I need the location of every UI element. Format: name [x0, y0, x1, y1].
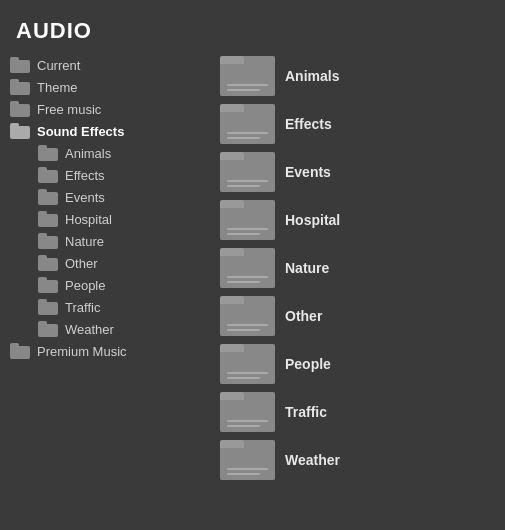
folder-tile-label: Hospital [285, 212, 340, 228]
tree-item-premium-music[interactable]: Premium Music [10, 340, 215, 362]
tree-item-label: Current [37, 58, 80, 73]
tree-children: Animals Effects Events Hospital Nature O… [10, 142, 215, 340]
folder-tile-hospital[interactable]: Hospital [220, 198, 495, 242]
folder-tile-effects[interactable]: Effects [220, 102, 495, 146]
tree-item-hospital[interactable]: Hospital [38, 208, 215, 230]
folder-thumbnail [220, 104, 275, 144]
folder-closed-icon [38, 189, 60, 205]
tree-item-free-music[interactable]: Free music [10, 98, 215, 120]
right-folder-panel: Animals Effects Events Hospital [215, 54, 505, 482]
tree-item-events[interactable]: Events [38, 186, 215, 208]
folder-tile-people[interactable]: People [220, 342, 495, 386]
folder-closed-icon [38, 255, 60, 271]
folder-tile-weather[interactable]: Weather [220, 438, 495, 482]
tree-item-label: Nature [65, 234, 104, 249]
tree-item-label: Traffic [65, 300, 100, 315]
folder-thumbnail [220, 152, 275, 192]
folder-closed-icon [38, 211, 60, 227]
folder-tile-nature[interactable]: Nature [220, 246, 495, 290]
folder-tile-label: Effects [285, 116, 332, 132]
tree-item-other[interactable]: Other [38, 252, 215, 274]
tree-item-effects[interactable]: Effects [38, 164, 215, 186]
tree-item-label: Weather [65, 322, 114, 337]
folder-thumbnail [220, 200, 275, 240]
tree-item-nature[interactable]: Nature [38, 230, 215, 252]
tree-item-label: Other [65, 256, 98, 271]
folder-closed-icon [10, 79, 32, 95]
folder-open-icon [10, 123, 32, 139]
tree-item-sound-effects[interactable]: Sound Effects [10, 120, 215, 142]
folder-closed-icon [10, 57, 32, 73]
page-title: AUDIO [0, 0, 505, 54]
tree-item-weather[interactable]: Weather [38, 318, 215, 340]
folder-closed-icon [38, 145, 60, 161]
tree-item-animals[interactable]: Animals [38, 142, 215, 164]
folder-thumbnail [220, 344, 275, 384]
folder-closed-icon [38, 299, 60, 315]
folder-thumbnail [220, 248, 275, 288]
folder-thumbnail [220, 392, 275, 432]
tree-item-label: Events [65, 190, 105, 205]
folder-thumbnail [220, 296, 275, 336]
tree-item-label: Free music [37, 102, 101, 117]
tree-item-people[interactable]: People [38, 274, 215, 296]
folder-closed-icon [38, 167, 60, 183]
tree-item-traffic[interactable]: Traffic [38, 296, 215, 318]
tree-item-label-bold: Sound Effects [37, 124, 124, 139]
tree-item-label: People [65, 278, 105, 293]
left-tree-panel: Current Theme Free music Sound Effects A… [0, 54, 215, 482]
tree-item-label: Theme [37, 80, 77, 95]
tree-item-label: Hospital [65, 212, 112, 227]
folder-thumbnail [220, 56, 275, 96]
folder-tile-label: Animals [285, 68, 339, 84]
folder-tile-label: Other [285, 308, 322, 324]
folder-thumbnail [220, 440, 275, 480]
folder-tile-other[interactable]: Other [220, 294, 495, 338]
folder-tile-label: Traffic [285, 404, 327, 420]
folder-closed-icon [10, 343, 32, 359]
folder-closed-icon [38, 233, 60, 249]
tree-item-theme[interactable]: Theme [10, 76, 215, 98]
tree-item-label: Effects [65, 168, 105, 183]
folder-tile-label: Nature [285, 260, 329, 276]
folder-closed-icon [10, 101, 32, 117]
folder-tile-events[interactable]: Events [220, 150, 495, 194]
folder-tile-animals[interactable]: Animals [220, 54, 495, 98]
tree-item-current[interactable]: Current [10, 54, 215, 76]
tree-item-label: Premium Music [37, 344, 127, 359]
folder-tile-traffic[interactable]: Traffic [220, 390, 495, 434]
folder-tile-label: Events [285, 164, 331, 180]
folder-tile-label: People [285, 356, 331, 372]
folder-closed-icon [38, 321, 60, 337]
folder-closed-icon [38, 277, 60, 293]
folder-tile-label: Weather [285, 452, 340, 468]
tree-item-label: Animals [65, 146, 111, 161]
